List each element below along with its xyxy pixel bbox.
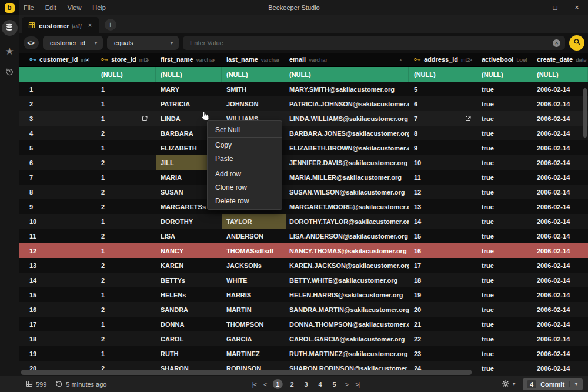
- table-cell[interactable]: GARCIA: [222, 331, 286, 346]
- column-header-customer_id[interactable]: customer_idint4▲: [19, 53, 95, 66]
- table-cell[interactable]: DONNA.THOMPSON@sakilacustomer.org: [286, 317, 409, 331]
- tab-close-icon[interactable]: ×: [88, 21, 92, 29]
- table-cell[interactable]: 2006-02-14: [532, 214, 588, 229]
- table-cell[interactable]: 2006-02-14: [532, 140, 588, 155]
- last-page-button[interactable]: >|: [354, 381, 360, 388]
- table-cell[interactable]: 4: [19, 126, 95, 140]
- table-cell[interactable]: THOMPSON: [222, 317, 286, 331]
- table-cell[interactable]: 2: [95, 258, 156, 273]
- table-cell[interactable]: 2006-02-14: [532, 361, 588, 376]
- table-cell[interactable]: JACKSONs: [222, 258, 286, 273]
- table-row[interactable]: 191RUTHMARTINEZRUTH.MARTINEZ@sakilacusto…: [19, 346, 588, 361]
- table-cell[interactable]: 1: [95, 82, 156, 96]
- table-cell[interactable]: 10: [409, 155, 479, 170]
- table-cell[interactable]: 15: [409, 229, 479, 243]
- table-cell[interactable]: SMITH: [222, 82, 286, 96]
- table-row[interactable]: 31LINDAWILLIAMSLINDA.WILLIAMS@sakilacust…: [19, 111, 588, 126]
- table-cell[interactable]: 2: [95, 185, 156, 199]
- table-cell[interactable]: (NULL): [156, 67, 222, 82]
- filter-operator-select[interactable]: equals▼: [107, 36, 179, 50]
- sidebar-item-favorites[interactable]: ★: [5, 46, 14, 56]
- table-cell[interactable]: MARIA.MILLER@sakilacustomer.org: [286, 170, 409, 185]
- sort-arrow-icon[interactable]: ▲: [276, 58, 280, 62]
- menu-file[interactable]: File: [24, 4, 34, 11]
- table-cell[interactable]: BETTYs: [156, 273, 222, 287]
- table-row[interactable]: 82SUSANWILSONSUSAN.WILSON@sakilacustomer…: [19, 185, 588, 199]
- table-cell[interactable]: true: [479, 185, 532, 199]
- table-cell[interactable]: 16: [409, 243, 479, 258]
- table-cell[interactable]: RUTH: [156, 346, 222, 361]
- sidebar-item-history[interactable]: [5, 67, 14, 78]
- table-cell[interactable]: true: [479, 302, 532, 317]
- table-cell[interactable]: 19: [19, 346, 95, 361]
- table-cell[interactable]: 1: [95, 111, 156, 126]
- table-cell[interactable]: true: [479, 170, 532, 185]
- table-cell[interactable]: 2: [95, 199, 156, 214]
- table-cell[interactable]: 10: [19, 214, 95, 229]
- table-cell[interactable]: 2: [95, 302, 156, 317]
- table-cell[interactable]: 13: [19, 258, 95, 273]
- table-cell[interactable]: MARY.SMITH@sakilacustomer.org: [286, 82, 409, 96]
- table-cell[interactable]: ELIZABETH.BROWN@sakilacustomer.org: [286, 140, 409, 155]
- table-cell[interactable]: MARTINEZ: [222, 346, 286, 361]
- table-cell[interactable]: MARGARET.MOORE@sakilacustomer.org: [286, 199, 409, 214]
- page-button-2[interactable]: 2: [288, 381, 297, 388]
- menu-help[interactable]: Help: [92, 4, 106, 11]
- column-header-address_id[interactable]: address_idint2▲: [409, 53, 479, 66]
- table-cell[interactable]: 1: [95, 346, 156, 361]
- table-cell[interactable]: 2006-02-14: [532, 258, 588, 273]
- table-cell[interactable]: 2006-02-14: [532, 243, 588, 258]
- table-cell[interactable]: 22: [409, 331, 479, 346]
- table-cell[interactable]: SANDRA: [156, 302, 222, 317]
- table-cell[interactable]: (NULL): [222, 67, 286, 82]
- page-button-5[interactable]: 5: [330, 381, 339, 388]
- table-cell[interactable]: 2: [95, 155, 156, 170]
- sort-arrow-icon[interactable]: ▲: [578, 58, 582, 62]
- table-cell[interactable]: 2006-02-14: [532, 331, 588, 346]
- table-cell[interactable]: NANCY: [156, 243, 222, 258]
- table-cell[interactable]: KAREN.JACKSON@sakilacustomer.org: [286, 258, 409, 273]
- pending-insert-row[interactable]: (NULL)(NULL)(NULL)(NULL)(NULL)(NULL)(NUL…: [19, 67, 588, 82]
- table-cell[interactable]: THOMASsdfsdf: [222, 243, 286, 258]
- table-cell[interactable]: (NULL): [95, 67, 156, 82]
- table-cell[interactable]: 6: [19, 155, 95, 170]
- table-cell[interactable]: [19, 67, 95, 82]
- table-row[interactable]: 162SANDRAMARTINSANDRA.MARTIN@sakilacusto…: [19, 302, 588, 317]
- table-cell[interactable]: 2006-02-14: [532, 287, 588, 302]
- last-refresh[interactable]: 5 minutes ago: [55, 380, 106, 388]
- table-cell[interactable]: true: [479, 111, 532, 126]
- table-cell[interactable]: 3: [19, 111, 95, 126]
- table-cell[interactable]: LISA: [156, 229, 222, 243]
- table-cell[interactable]: 2006-02-14: [532, 170, 588, 185]
- vertical-scrollbar[interactable]: [583, 88, 587, 138]
- sort-arrow-icon[interactable]: ▲: [85, 58, 89, 62]
- sql-toggle-button[interactable]: <>: [24, 36, 39, 49]
- table-cell[interactable]: true: [479, 317, 532, 331]
- table-cell[interactable]: SUSAN.WILSON@sakilacustomer.org: [286, 185, 409, 199]
- table-cell[interactable]: MARTIN: [222, 302, 286, 317]
- table-cell[interactable]: 1: [95, 243, 156, 258]
- new-tab-button[interactable]: +: [105, 19, 116, 31]
- table-cell[interactable]: HELEN.HARRIS@sakilacustomer.org: [286, 287, 409, 302]
- table-cell[interactable]: 14: [19, 273, 95, 287]
- table-row[interactable]: 71MARIAMILLERMARIA.MILLER@sakilacustomer…: [19, 170, 588, 185]
- table-cell[interactable]: MARY: [156, 82, 222, 96]
- table-cell[interactable]: 2006-02-14: [532, 302, 588, 317]
- table-cell[interactable]: NANCY.THOMAS@sakilacustomer.org: [286, 243, 409, 258]
- table-cell[interactable]: 2: [19, 96, 95, 111]
- table-cell[interactable]: KAREN: [156, 258, 222, 273]
- table-cell[interactable]: 17: [19, 317, 95, 331]
- table-cell[interactable]: 2006-02-14: [532, 111, 588, 126]
- table-cell[interactable]: PATRICIA: [156, 96, 222, 111]
- open-foreign-key-icon[interactable]: [141, 115, 148, 122]
- horizontal-scrollbar[interactable]: [21, 370, 472, 375]
- column-header-store_id[interactable]: store_idint2▲: [95, 53, 156, 66]
- table-cell[interactable]: DONNA: [156, 317, 222, 331]
- table-cell[interactable]: (NULL): [532, 67, 588, 82]
- table-cell[interactable]: true: [479, 346, 532, 361]
- table-cell[interactable]: CAROL.GARCIA@sakilacustomer.org: [286, 331, 409, 346]
- column-header-email[interactable]: emailvarchar▲: [286, 53, 409, 66]
- table-cell[interactable]: true: [479, 140, 532, 155]
- table-cell[interactable]: 15: [19, 287, 95, 302]
- table-cell[interactable]: 12: [19, 243, 95, 258]
